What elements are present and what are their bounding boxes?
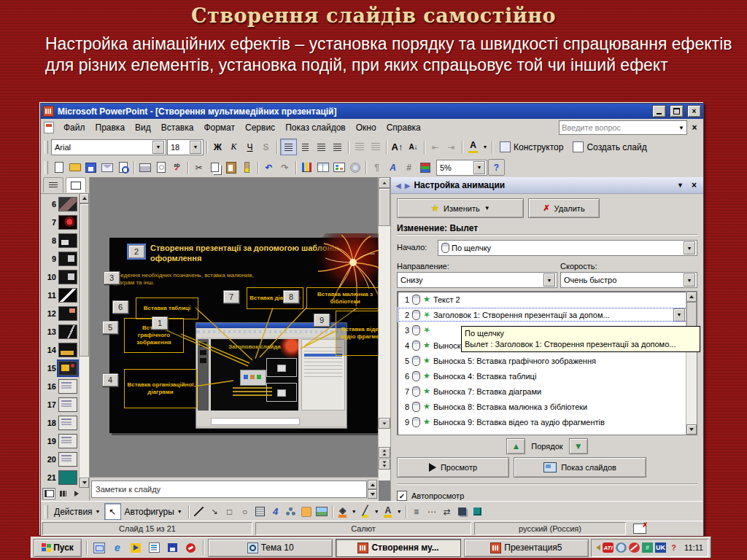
slide-thumbnail[interactable] bbox=[58, 288, 77, 303]
menu-item[interactable]: Сервис bbox=[240, 120, 280, 135]
font-size-combo[interactable]: 18 ▼ bbox=[167, 139, 204, 155]
decrease-indent-button[interactable]: ⇤ bbox=[427, 139, 443, 155]
line-color-dropdown[interactable]: ▼ bbox=[374, 504, 380, 519]
scroll-down-button[interactable] bbox=[686, 424, 697, 435]
slide-thumbnail[interactable] bbox=[58, 397, 77, 412]
scroll-up-button[interactable] bbox=[379, 177, 390, 188]
slide-thumbnail[interactable] bbox=[58, 379, 77, 394]
chevron-down-icon[interactable]: ▼ bbox=[684, 273, 695, 287]
animation-item[interactable]: 2★Заголовок 1: Створення презентації за … bbox=[398, 307, 697, 322]
speed-combo[interactable]: Очень быстро ▼ bbox=[560, 272, 697, 288]
callout-orgchart[interactable]: Вставка організаційної діаграми bbox=[124, 369, 197, 408]
thumbnail-row[interactable]: 7 bbox=[41, 213, 79, 231]
animation-tag[interactable]: 9 bbox=[314, 314, 330, 327]
thumbnail-row[interactable]: 16 bbox=[41, 377, 79, 395]
taskbar-app-button[interactable]: Створення му... bbox=[336, 539, 460, 557]
thumbnail-row[interactable]: 10 bbox=[41, 268, 79, 286]
start-combo[interactable]: По щелчку ▼ bbox=[438, 240, 697, 256]
change-animation-button[interactable]: ★ Изменить ▼ bbox=[397, 198, 524, 218]
autopreview-option[interactable]: ✓ Автопросмотр bbox=[397, 491, 464, 501]
slideshow-view-button[interactable] bbox=[70, 488, 83, 499]
frontpage-icon[interactable] bbox=[146, 540, 162, 556]
formatting-marks-icon[interactable]: ¶ bbox=[369, 160, 384, 174]
oval-tool-icon[interactable]: ○ bbox=[238, 505, 252, 518]
bullet-list-button[interactable] bbox=[368, 139, 383, 155]
justify-button[interactable] bbox=[330, 139, 345, 155]
toolbar-grip[interactable] bbox=[44, 161, 48, 174]
autoshapes-menu[interactable]: Автофигуры▼ bbox=[122, 504, 185, 520]
close-document-icon[interactable]: × bbox=[689, 122, 700, 133]
copy-icon[interactable] bbox=[207, 160, 222, 174]
ati-icon[interactable]: ATI bbox=[603, 542, 614, 553]
chart-icon[interactable] bbox=[299, 160, 314, 174]
play-button[interactable]: Просмотр bbox=[397, 457, 509, 478]
messenger-icon[interactable]: # bbox=[642, 542, 653, 553]
edited-slide[interactable]: 2 Створення презентації за допомогою шаб… bbox=[109, 238, 379, 433]
other-panes-dropdown[interactable]: ▼ bbox=[675, 182, 686, 189]
insert-diagram-icon[interactable] bbox=[331, 160, 347, 174]
menu-item[interactable]: Вид bbox=[130, 120, 156, 135]
thumbnail-row[interactable]: 12 bbox=[41, 304, 79, 322]
floppy-save-icon[interactable] bbox=[164, 540, 180, 556]
print-preview-icon[interactable] bbox=[153, 160, 169, 174]
taskbar-app-button[interactable]: Тема 10 bbox=[208, 539, 333, 557]
char-scale-icon[interactable]: А bbox=[385, 160, 400, 174]
color-schemes-icon[interactable] bbox=[417, 160, 433, 174]
designer-button[interactable]: Конструктор bbox=[495, 139, 568, 155]
thumbnail-row[interactable]: 19 bbox=[41, 432, 79, 450]
design-template-name[interactable]: Салют bbox=[255, 522, 471, 535]
select-arrow-button[interactable]: ↖ bbox=[104, 503, 121, 520]
close-pane-button[interactable]: × bbox=[689, 180, 699, 190]
align-right-button[interactable] bbox=[314, 139, 329, 155]
callout-clipart[interactable]: Вставка малюнка з бібліотеки bbox=[306, 287, 379, 309]
language-uk-icon[interactable]: UK bbox=[655, 542, 666, 553]
paste-icon[interactable] bbox=[223, 160, 239, 174]
remove-animation-button[interactable]: ✗ Удалить bbox=[528, 198, 600, 218]
scroll-down-button[interactable] bbox=[379, 418, 390, 429]
thumbnails-scrollbar[interactable] bbox=[79, 193, 89, 488]
undo-icon[interactable]: ↶ bbox=[261, 160, 276, 174]
chevron-down-icon[interactable]: ▼ bbox=[678, 125, 684, 131]
scroll-up-button[interactable] bbox=[368, 480, 377, 489]
back-icon[interactable]: ◀ bbox=[395, 182, 401, 190]
thumbnail-row[interactable]: 9 bbox=[41, 249, 79, 268]
scrollbar-thumb[interactable] bbox=[379, 188, 390, 226]
red-app-icon[interactable] bbox=[182, 540, 198, 556]
thumbnail-row[interactable]: 20 bbox=[41, 450, 79, 468]
taskbar-app-button[interactable]: Презентация5 bbox=[464, 539, 589, 557]
menu-item[interactable]: Формат bbox=[198, 120, 240, 135]
animation-item[interactable]: 8★Выноска 8: Вставка малюнка з бібліотек… bbox=[398, 399, 697, 414]
rectangle-tool-icon[interactable]: □ bbox=[222, 505, 237, 518]
spelling-icon[interactable]: ✓ bbox=[169, 160, 185, 174]
open-icon[interactable] bbox=[67, 160, 82, 174]
align-left-button[interactable] bbox=[280, 139, 297, 155]
callout-media[interactable]: Вставка відео та аудіо фрагментів bbox=[336, 311, 379, 356]
animation-item[interactable]: 6★Выноска 4: Вставка таблиці bbox=[398, 368, 697, 384]
animation-tag[interactable]: 2 bbox=[128, 245, 144, 258]
fill-color-icon[interactable]: ◈ bbox=[336, 505, 350, 518]
grid-icon[interactable]: # bbox=[401, 160, 417, 174]
animation-tag[interactable]: 6 bbox=[112, 300, 128, 314]
chevron-down-icon[interactable]: ▼ bbox=[190, 141, 201, 154]
scroll-down-button[interactable] bbox=[80, 478, 89, 488]
slide-show-button[interactable]: Показ слайдов bbox=[514, 457, 646, 478]
next-slide-button[interactable] bbox=[379, 459, 390, 470]
network-icon[interactable] bbox=[616, 542, 627, 553]
decrease-font-button[interactable]: A↓ bbox=[406, 139, 421, 155]
move-up-button[interactable]: ▲ bbox=[506, 438, 525, 454]
line-color-icon[interactable]: ╱ bbox=[358, 505, 373, 518]
text-box-tool-icon[interactable] bbox=[253, 505, 268, 518]
normal-view-button[interactable] bbox=[42, 488, 55, 499]
slide-canvas[interactable]: 2 Створення презентації за допомогою шаб… bbox=[90, 177, 379, 481]
font-color-dropdown[interactable]: ▼ bbox=[481, 139, 489, 155]
bold-button[interactable]: Ж bbox=[210, 139, 225, 155]
picture-icon[interactable] bbox=[314, 505, 329, 518]
thumbnail-row[interactable]: 11 bbox=[41, 286, 79, 304]
3d-style-icon[interactable] bbox=[471, 505, 485, 518]
draw-actions-menu[interactable]: Действия▼ bbox=[51, 504, 104, 520]
new-slide-button[interactable]: Создать слайд bbox=[568, 139, 651, 155]
thumbnail-row[interactable]: 14 bbox=[41, 341, 79, 359]
volume-icon[interactable] bbox=[596, 545, 600, 551]
ask-question-input[interactable]: Введите вопрос ▼ bbox=[559, 120, 687, 135]
thumbnail-row[interactable]: 21 bbox=[41, 468, 79, 486]
